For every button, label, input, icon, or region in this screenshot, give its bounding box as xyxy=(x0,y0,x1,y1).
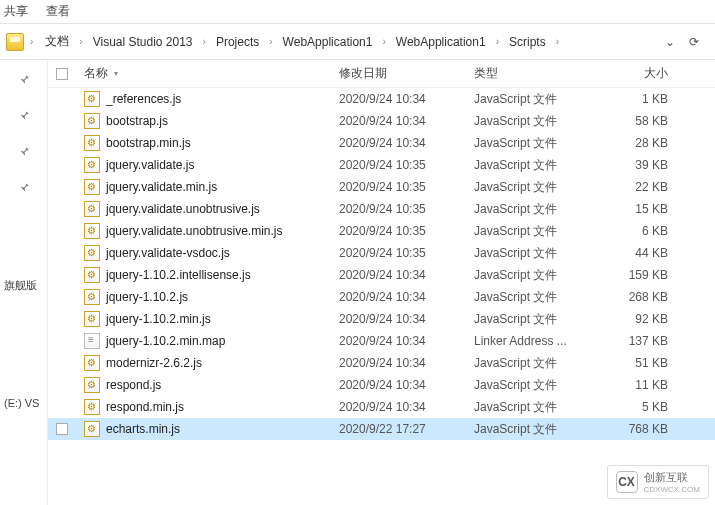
file-size-cell: 1 KB xyxy=(586,92,676,106)
column-headers: 名称 ▾ 修改日期 类型 大小 xyxy=(48,60,715,88)
history-dropdown-icon[interactable]: ⌄ xyxy=(665,35,675,49)
file-size-cell: 44 KB xyxy=(586,246,676,260)
table-row[interactable]: jquery-1.10.2.js2020/9/24 10:34JavaScrip… xyxy=(48,286,715,308)
file-type-cell: JavaScript 文件 xyxy=(466,91,586,108)
file-name-cell[interactable]: modernizr-2.6.2.js xyxy=(76,355,331,371)
file-type-cell: Linker Address ... xyxy=(466,334,586,348)
file-date-cell: 2020/9/24 10:35 xyxy=(331,224,466,238)
file-size-cell: 11 KB xyxy=(586,378,676,392)
chevron-right-icon[interactable]: › xyxy=(201,36,208,47)
file-name-cell[interactable]: jquery-1.10.2.intellisense.js xyxy=(76,267,331,283)
file-name-cell[interactable]: jquery.validate.unobtrusive.js xyxy=(76,201,331,217)
tab-share[interactable]: 共享 xyxy=(4,3,28,20)
table-row[interactable]: jquery.validate.unobtrusive.js2020/9/24 … xyxy=(48,198,715,220)
column-date[interactable]: 修改日期 xyxy=(331,60,466,87)
breadcrumb-item[interactable]: Visual Studio 2013 xyxy=(87,33,199,51)
file-size-cell: 58 KB xyxy=(586,114,676,128)
file-name-cell[interactable]: bootstrap.js xyxy=(76,113,331,129)
chevron-right-icon[interactable]: › xyxy=(77,36,84,47)
address-bar: › 文档›Visual Studio 2013›Projects›WebAppl… xyxy=(0,24,715,60)
select-all-checkbox[interactable] xyxy=(56,68,68,80)
file-size-cell: 768 KB xyxy=(586,422,676,436)
file-name-cell[interactable]: bootstrap.min.js xyxy=(76,135,331,151)
file-name-cell[interactable]: jquery.validate.min.js xyxy=(76,179,331,195)
file-date-cell: 2020/9/24 10:34 xyxy=(331,356,466,370)
file-type-cell: JavaScript 文件 xyxy=(466,267,586,284)
file-size-cell: 28 KB xyxy=(586,136,676,150)
file-name-cell[interactable]: jquery-1.10.2.min.map xyxy=(76,333,331,349)
table-row[interactable]: bootstrap.js2020/9/24 10:34JavaScript 文件… xyxy=(48,110,715,132)
file-name-cell[interactable]: jquery-1.10.2.js xyxy=(76,289,331,305)
row-checkbox[interactable] xyxy=(56,423,68,435)
file-name-label: bootstrap.min.js xyxy=(106,136,191,150)
breadcrumb-item[interactable]: Scripts xyxy=(503,33,552,51)
file-name-label: jquery-1.10.2.intellisense.js xyxy=(106,268,251,282)
table-row[interactable]: _references.js2020/9/24 10:34JavaScript … xyxy=(48,88,715,110)
tab-view[interactable]: 查看 xyxy=(46,3,70,20)
table-row[interactable]: modernizr-2.6.2.js2020/9/24 10:34JavaScr… xyxy=(48,352,715,374)
pin-icon[interactable] xyxy=(17,180,31,194)
file-name-cell[interactable]: _references.js xyxy=(76,91,331,107)
file-rows: _references.js2020/9/24 10:34JavaScript … xyxy=(48,88,715,505)
file-name-label: jquery-1.10.2.js xyxy=(106,290,188,304)
breadcrumb-item[interactable]: WebApplication1 xyxy=(390,33,492,51)
file-type-cell: JavaScript 文件 xyxy=(466,289,586,306)
file-size-cell: 92 KB xyxy=(586,312,676,326)
file-date-cell: 2020/9/24 10:35 xyxy=(331,246,466,260)
file-date-cell: 2020/9/24 10:34 xyxy=(331,136,466,150)
file-name-cell[interactable]: jquery.validate-vsdoc.js xyxy=(76,245,331,261)
file-name-cell[interactable]: respond.min.js xyxy=(76,399,331,415)
table-row[interactable]: echarts.min.js2020/9/22 17:27JavaScript … xyxy=(48,418,715,440)
table-row[interactable]: respond.min.js2020/9/24 10:34JavaScript … xyxy=(48,396,715,418)
chevron-right-icon[interactable]: › xyxy=(28,36,35,47)
table-row[interactable]: jquery-1.10.2.intellisense.js2020/9/24 1… xyxy=(48,264,715,286)
breadcrumb-item[interactable]: WebApplication1 xyxy=(277,33,379,51)
js-file-icon xyxy=(84,421,100,437)
table-row[interactable]: jquery.validate.js2020/9/24 10:35JavaScr… xyxy=(48,154,715,176)
file-name-cell[interactable]: jquery-1.10.2.min.js xyxy=(76,311,331,327)
file-size-cell: 51 KB xyxy=(586,356,676,370)
file-type-cell: JavaScript 文件 xyxy=(466,421,586,438)
file-size-cell: 6 KB xyxy=(586,224,676,238)
column-type[interactable]: 类型 xyxy=(466,60,586,87)
explorer-window: 共享 查看 › 文档›Visual Studio 2013›Projects›W… xyxy=(0,0,715,505)
row-checkbox-cell[interactable] xyxy=(48,423,76,435)
file-name-label: jquery-1.10.2.min.js xyxy=(106,312,211,326)
table-row[interactable]: bootstrap.min.js2020/9/24 10:34JavaScrip… xyxy=(48,132,715,154)
breadcrumb-item[interactable]: Projects xyxy=(210,33,265,51)
file-type-cell: JavaScript 文件 xyxy=(466,223,586,240)
table-row[interactable]: jquery-1.10.2.min.map2020/9/24 10:34Link… xyxy=(48,330,715,352)
table-row[interactable]: jquery-1.10.2.min.js2020/9/24 10:34JavaS… xyxy=(48,308,715,330)
pin-icon[interactable] xyxy=(17,144,31,158)
table-row[interactable]: respond.js2020/9/24 10:34JavaScript 文件11… xyxy=(48,374,715,396)
chevron-down-icon: ▾ xyxy=(114,69,118,78)
file-name-label: echarts.min.js xyxy=(106,422,180,436)
column-size[interactable]: 大小 xyxy=(586,60,676,87)
pin-icon[interactable] xyxy=(17,108,31,122)
file-name-cell[interactable]: respond.js xyxy=(76,377,331,393)
breadcrumb: 文档›Visual Studio 2013›Projects›WebApplic… xyxy=(39,31,661,52)
file-name-label: respond.js xyxy=(106,378,161,392)
file-name-cell[interactable]: echarts.min.js xyxy=(76,421,331,437)
chevron-right-icon[interactable]: › xyxy=(554,36,561,47)
file-date-cell: 2020/9/24 10:34 xyxy=(331,114,466,128)
chevron-right-icon[interactable]: › xyxy=(380,36,387,47)
file-date-cell: 2020/9/24 10:35 xyxy=(331,180,466,194)
chevron-right-icon[interactable]: › xyxy=(494,36,501,47)
file-name-cell[interactable]: jquery.validate.js xyxy=(76,157,331,173)
refresh-icon[interactable]: ⟳ xyxy=(689,35,699,49)
column-name[interactable]: 名称 ▾ xyxy=(76,60,331,87)
file-date-cell: 2020/9/22 17:27 xyxy=(331,422,466,436)
file-name-cell[interactable]: jquery.validate.unobtrusive.min.js xyxy=(76,223,331,239)
breadcrumb-item[interactable]: 文档 xyxy=(39,31,75,52)
file-type-cell: JavaScript 文件 xyxy=(466,355,586,372)
file-size-cell: 159 KB xyxy=(586,268,676,282)
chevron-right-icon[interactable]: › xyxy=(267,36,274,47)
pin-icon[interactable] xyxy=(17,72,31,86)
table-row[interactable]: jquery.validate-vsdoc.js2020/9/24 10:35J… xyxy=(48,242,715,264)
js-file-icon xyxy=(84,267,100,283)
table-row[interactable]: jquery.validate.min.js2020/9/24 10:35Jav… xyxy=(48,176,715,198)
table-row[interactable]: jquery.validate.unobtrusive.min.js2020/9… xyxy=(48,220,715,242)
column-checkbox[interactable] xyxy=(48,60,76,87)
file-size-cell: 268 KB xyxy=(586,290,676,304)
